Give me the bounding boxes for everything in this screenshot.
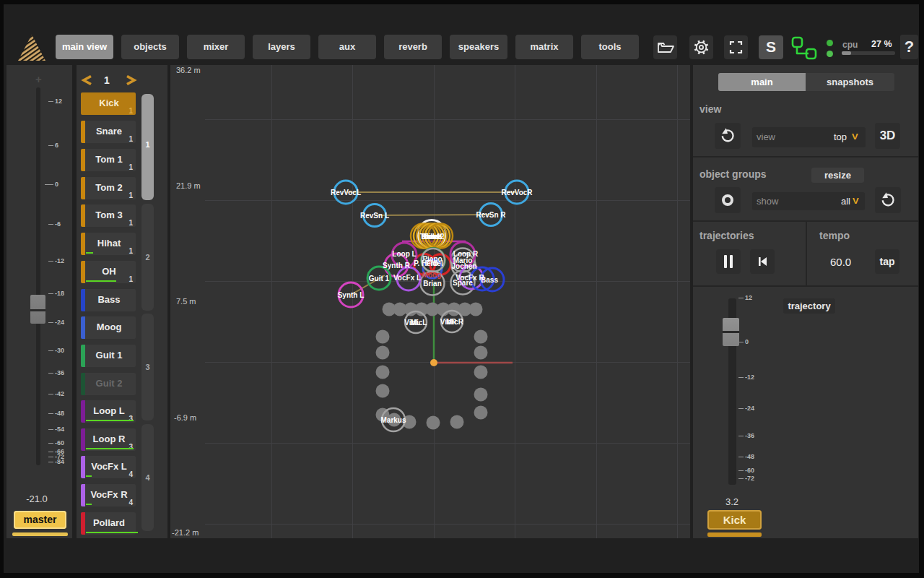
svg-text:Hihat: Hihat bbox=[424, 233, 443, 241]
svg-text:RevVocL: RevVocL bbox=[331, 189, 361, 197]
svg-text:Brian: Brian bbox=[423, 280, 442, 288]
svg-text:MicR: MicR bbox=[446, 318, 464, 326]
svg-text:Fidel: Fidel bbox=[426, 259, 443, 267]
svg-text:36.2 m: 36.2 m bbox=[176, 66, 201, 74]
svg-text:Guit 1: Guit 1 bbox=[369, 275, 390, 282]
svg-text:21.9 m: 21.9 m bbox=[176, 181, 201, 190]
svg-text:RevSn R: RevSn R bbox=[476, 211, 506, 219]
svg-text:Jochen: Jochen bbox=[451, 262, 476, 270]
svg-text:RevSn L: RevSn L bbox=[360, 212, 389, 220]
svg-text:-6.9 m: -6.9 m bbox=[174, 413, 196, 422]
svg-text:VocFx L: VocFx L bbox=[393, 274, 421, 282]
svg-text:Bass: Bass bbox=[481, 276, 498, 284]
svg-text:RevVocR: RevVocR bbox=[501, 189, 533, 197]
svg-text:Markus: Markus bbox=[380, 416, 406, 424]
svg-text:Moog: Moog bbox=[422, 271, 442, 279]
svg-text:Loop L: Loop L bbox=[392, 250, 416, 258]
svg-text:7.5 m: 7.5 m bbox=[176, 297, 196, 306]
svg-text:Synth R: Synth R bbox=[383, 262, 411, 269]
svg-text:MicL: MicL bbox=[411, 319, 427, 327]
svg-text:-21.2 m: -21.2 m bbox=[172, 528, 199, 537]
svg-text:Synth L: Synth L bbox=[338, 291, 365, 299]
